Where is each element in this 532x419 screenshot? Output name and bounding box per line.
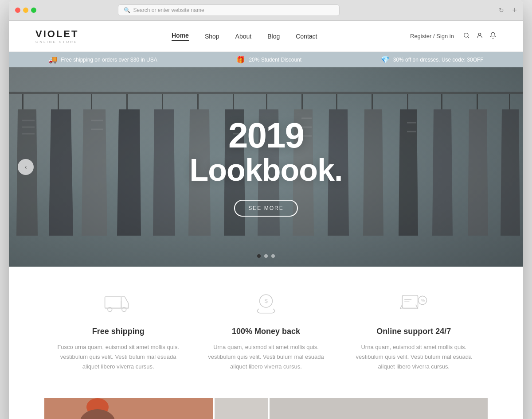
svg-point-1: [478, 33, 481, 35]
minimize-button[interactable]: [23, 8, 28, 13]
main-nav: Home Shop About Blog Contact: [172, 32, 317, 41]
feature-title-2: Online support 24/7: [352, 327, 476, 336]
money-icon: $: [204, 293, 328, 318]
svg-text:$: $: [265, 298, 268, 304]
nav-home[interactable]: Home: [172, 32, 189, 41]
promo-text-2: 30% off on dresses. Use code: 30OFF: [393, 57, 484, 63]
logo-name: VIOLET: [35, 28, 78, 40]
slider-dots: [257, 254, 275, 258]
feature-desc-1: Urna quam, euismod sit amet mollis quis.…: [204, 342, 328, 372]
promo-text-1: 20% Student Discount: [249, 57, 301, 63]
address-bar[interactable]: 🔍 Search or enter website name: [118, 4, 340, 16]
feature-support: % Online support 24/7 Urna quam, euismod…: [352, 293, 476, 372]
feature-title-1: 100% Money back: [204, 327, 328, 336]
browser-window: 🔍 Search or enter website name ↻ + VIOLE…: [9, 0, 523, 419]
hero-title: 2019: [190, 118, 343, 153]
nav-blog[interactable]: Blog: [267, 33, 280, 40]
new-tab-button[interactable]: +: [512, 6, 517, 15]
auth-link[interactable]: Register / Sign in: [410, 33, 454, 39]
slider-dot-1[interactable]: [264, 254, 268, 258]
promo-bar: 🚚 Free shipping on orders over $30 in US…: [9, 52, 523, 67]
truck-icon: [56, 293, 180, 318]
slider-prev-button[interactable]: ‹: [18, 159, 34, 175]
maximize-button[interactable]: [31, 8, 36, 13]
site-header: VIOLET ONLINE STORE Home Shop About Blog…: [9, 21, 523, 52]
promo-item-2: 💎 30% off on dresses. Use code: 30OFF: [381, 55, 484, 64]
promo-item-0: 🚚 Free shipping on orders over $30 in US…: [48, 55, 157, 64]
user-icon[interactable]: [476, 32, 483, 41]
browser-toolbar: 🔍 Search or enter website name ↻ +: [9, 0, 523, 21]
close-button[interactable]: [15, 8, 20, 13]
nav-about[interactable]: About: [235, 33, 252, 40]
hero-cta-button[interactable]: SEE MORE: [234, 200, 297, 217]
svg-rect-46: [44, 398, 213, 419]
bell-icon[interactable]: [489, 32, 497, 41]
promo-text-0: Free shipping on orders over $30 in USA: [61, 57, 157, 63]
products-section: [9, 389, 523, 419]
feature-money-back: $ 100% Money back Urna quam, euismod sit…: [204, 293, 328, 372]
hero-subtitle: Lookbook.: [190, 153, 343, 187]
features-section: Free shipping Fusco urna quam, euismod s…: [9, 267, 523, 389]
hero-slider: 2019 Lookbook. SEE MORE ‹: [9, 67, 523, 267]
product-card-1[interactable]: [215, 398, 268, 419]
feature-desc-2: Urna quam, euismod sit amet mollis quis.…: [352, 342, 476, 372]
search-icon[interactable]: [463, 32, 470, 41]
promo-item-1: 🎁 20% Student Discount: [236, 55, 301, 64]
logo-subtitle: ONLINE STORE: [35, 40, 78, 44]
svg-rect-33: [105, 297, 121, 308]
nav-contact[interactable]: Contact: [296, 33, 317, 40]
header-icon-group: [463, 32, 497, 41]
window-controls: [15, 8, 36, 13]
nav-shop[interactable]: Shop: [205, 33, 219, 40]
feature-title-0: Free shipping: [56, 327, 180, 336]
product-card-0[interactable]: [44, 398, 213, 419]
website-content: VIOLET ONLINE STORE Home Shop About Blog…: [9, 21, 523, 419]
feature-free-shipping: Free shipping Fusco urna quam, euismod s…: [56, 293, 180, 372]
search-icon: 🔍: [124, 7, 130, 13]
slider-dot-0[interactable]: [257, 254, 261, 258]
logo[interactable]: VIOLET ONLINE STORE: [35, 28, 78, 44]
promo-icon-1: 🎁: [236, 55, 245, 64]
hero-content: 2019 Lookbook. SEE MORE: [190, 118, 343, 217]
support-icon: %: [352, 293, 476, 318]
url-text: Search or enter website name: [133, 7, 204, 13]
svg-point-0: [464, 33, 468, 37]
slider-dot-2[interactable]: [271, 254, 275, 258]
feature-desc-0: Fusco urna quam, euismod sit amet mollis…: [56, 342, 180, 372]
promo-icon-0: 🚚: [48, 55, 57, 64]
promo-icon-2: 💎: [381, 55, 390, 64]
product-card-2[interactable]: [270, 398, 488, 419]
header-right: Register / Sign in: [410, 32, 497, 41]
svg-text:%: %: [421, 298, 425, 303]
refresh-button[interactable]: ↻: [499, 7, 504, 14]
chevron-left-icon: ‹: [25, 163, 27, 171]
